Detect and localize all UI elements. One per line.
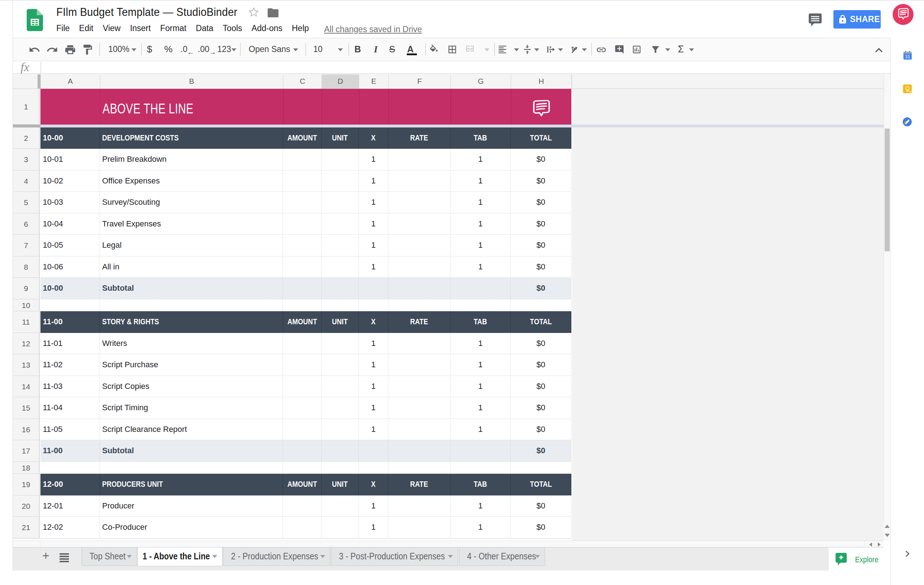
svg-text:31: 31 <box>905 54 910 59</box>
